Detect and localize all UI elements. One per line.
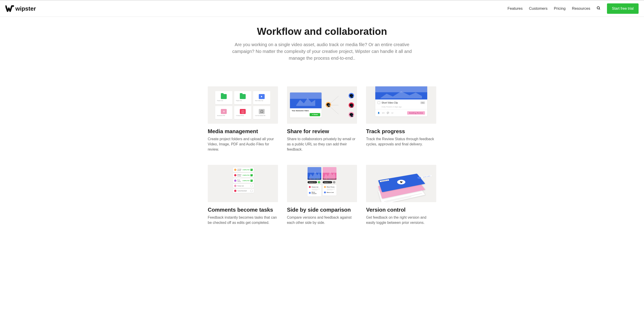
- svg-line-1: [599, 9, 600, 10]
- task-item: Evie LeroyCOMPLETED: [233, 179, 254, 183]
- card-description: Create project folders and upload all yo…: [208, 136, 278, 152]
- card-media-management: Project One Project Two Short Video Clip…: [208, 86, 278, 152]
- search-icon[interactable]: [596, 6, 601, 11]
- sync-icon: ⟲: [318, 181, 320, 183]
- task-list: Jordan SmithCOMPLETED Regan BowerCOMPLET…: [233, 167, 254, 200]
- task-item: Regan BowerCOMPLETED: [233, 173, 254, 178]
- card-description: Get feedback on the right version and ea…: [366, 215, 436, 225]
- card-side-by-side: Version 2⟲ Kasey Lee Marie Cassett Versi…: [287, 165, 357, 225]
- brand-mark-icon: [6, 4, 14, 13]
- comment-count: 12: [391, 112, 393, 114]
- comment-panel: Kasey Lee Marie Cassett: [308, 185, 321, 197]
- folder-icon: [221, 94, 227, 99]
- asset-thumbnail: [290, 92, 322, 108]
- document-icon: [221, 109, 227, 114]
- brand-wordmark: wipster: [15, 5, 36, 12]
- video-icon: [259, 94, 265, 99]
- compare-illustration: Version 2⟲ Kasey Lee Marie Cassett Versi…: [287, 165, 357, 202]
- checkbox-empty-icon: [250, 190, 253, 192]
- hero-section: Workflow and collaboration Are you worki…: [208, 26, 436, 62]
- card-description: Compare versions and feedback against ea…: [287, 215, 357, 225]
- track-progress-illustration: Short Video Clip V1 Holly Flowers 2 days…: [366, 86, 436, 124]
- media-management-illustration: Project One Project Two Short Video Clip…: [208, 86, 278, 124]
- version-control-illustration: Version 2 Jarek Lester: [366, 165, 436, 202]
- card-title: Media management: [208, 128, 278, 134]
- card-description: Share to collaborators privately by emai…: [287, 136, 357, 152]
- share-button: Share: [310, 113, 320, 116]
- asset-title: Short Video Clip: [382, 101, 398, 104]
- avatar-icon: [349, 93, 354, 98]
- tile-label: A Unique Photo: [235, 115, 244, 116]
- nav-pricing[interactable]: Pricing: [554, 6, 566, 11]
- asset-thumbnail: [375, 86, 427, 99]
- card-track-progress: Short Video Clip V1 Holly Flowers 2 days…: [366, 86, 436, 152]
- tile-label: Storyboard PDF: [216, 115, 225, 116]
- tile-label: Project One: [216, 100, 223, 101]
- nav-resources[interactable]: Resources: [572, 6, 590, 11]
- main-nav: Features Customers Pricing Resources Sta…: [508, 4, 638, 14]
- tile-label: Short Video Clip: [254, 100, 263, 101]
- comment-icon: 💬: [387, 112, 389, 114]
- card-comments-tasks: Version 2 Jordan SmithCOMPLETED Regan Bo…: [208, 165, 278, 225]
- card-title: Comments become tasks: [208, 207, 278, 213]
- sync-icon: ⟲: [333, 181, 335, 183]
- check-icon: [250, 180, 253, 182]
- card-description: Feedback instantly becomes tasks that ca…: [208, 215, 278, 225]
- task-item: Jordan SmithCOMPLETED: [233, 167, 254, 172]
- play-icon: [396, 179, 406, 185]
- share-lines: [328, 94, 342, 116]
- progress-card: Short Video Clip V1 Holly Flowers 2 days…: [375, 86, 427, 116]
- people-count: 0/4: [382, 112, 384, 114]
- main-content: Workflow and collaboration Are you worki…: [202, 26, 442, 225]
- compare-left-video: [308, 167, 321, 180]
- card-title: Share for review: [287, 128, 357, 134]
- task-item: Carrie Bushnell: [233, 189, 254, 193]
- card-title: Track progress: [366, 128, 436, 134]
- headphones-icon: [259, 109, 265, 114]
- asset-title: Your Awesome Video: [292, 110, 320, 112]
- version-badge: Version 2: [380, 179, 389, 182]
- card-share-for-review: Your Awesome Video Share: [287, 86, 357, 152]
- image-icon: [240, 109, 246, 114]
- check-icon: [250, 169, 253, 171]
- tile-label: Cool Soundtrack Mix: [254, 115, 265, 116]
- checkbox-empty-icon: [250, 185, 253, 187]
- site-header: wipster Features Customers Pricing Resou…: [0, 1, 644, 17]
- version-badge: V1: [420, 101, 425, 104]
- svg-point-0: [597, 7, 600, 9]
- folder-icon: [240, 94, 246, 99]
- share-illustration: Your Awesome Video Share: [287, 86, 357, 124]
- start-free-trial-button[interactable]: Start free trial: [607, 4, 638, 14]
- brand-logo[interactable]: wipster: [6, 4, 36, 13]
- nav-customers[interactable]: Customers: [529, 6, 548, 11]
- card-description: Track the Review Status through feedback…: [366, 136, 436, 147]
- page-title: Workflow and collaboration: [208, 26, 436, 37]
- version-pill: Version 1: [323, 181, 332, 183]
- card-version-control: Version 2 Jarek Lester Version control G…: [366, 165, 436, 225]
- version-pill: Version 2: [308, 181, 317, 183]
- avatar-icon: [349, 112, 354, 117]
- nav-features[interactable]: Features: [508, 6, 522, 11]
- people-icon: 👤: [378, 112, 380, 114]
- film-icon: [378, 101, 380, 104]
- page-subtitle: Are you working on a single video asset,…: [227, 41, 417, 62]
- card-title: Version control: [366, 207, 436, 213]
- compare-right-video: [323, 167, 336, 180]
- asset-card: Your Awesome Video Share: [290, 92, 322, 118]
- comments-tasks-illustration: Version 2 Jordan SmithCOMPLETED Regan Bo…: [208, 165, 278, 202]
- avatar-icon: [349, 102, 354, 108]
- card-title: Side by side comparison: [287, 207, 357, 213]
- status-badge: Awaiting Review: [407, 111, 425, 115]
- asset-meta: Holly Flowers 2 days ago: [375, 106, 427, 109]
- check-icon: [250, 174, 253, 176]
- features-grid: Project One Project Two Short Video Clip…: [208, 86, 436, 225]
- tile-label: Project Two: [235, 100, 242, 101]
- task-item: Kasey Lee: [233, 184, 254, 188]
- version-user-tag: Jarek Lester: [417, 175, 432, 179]
- comment-panel: River Flores Marco Levi: [323, 185, 336, 196]
